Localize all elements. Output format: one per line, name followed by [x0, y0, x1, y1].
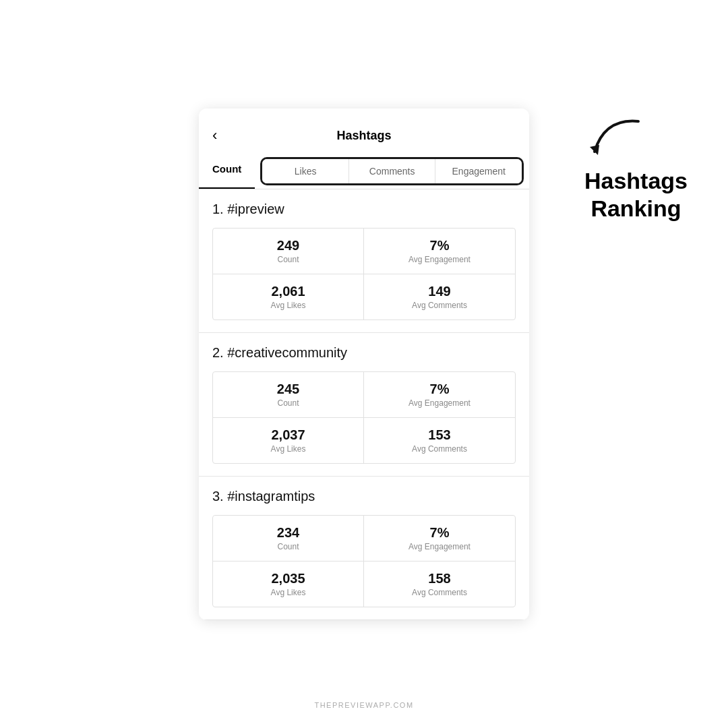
stat-likes-2: 2,037 Avg Likes	[213, 418, 364, 463]
hashtag-name-1: 1. #ipreview	[212, 202, 516, 217]
tab-count[interactable]: Count	[199, 154, 255, 189]
nav-bar: ‹ Hashtags	[199, 109, 529, 154]
phone-screen: ‹ Hashtags Count Likes Comments Engageme…	[199, 109, 529, 620]
stat-comments-1: 149 Avg Comments	[364, 274, 515, 320]
page-title: Hashtags	[336, 129, 391, 143]
hashtag-name-2: 2. #creativecommunity	[212, 345, 516, 361]
hashtag-name-3: 3. #instagramtips	[212, 489, 516, 504]
tab-comments[interactable]: Comments	[348, 159, 435, 183]
stat-likes-1: 2,061 Avg Likes	[213, 274, 364, 320]
stats-grid-3: 234 Count 7% Avg Engagement 2,035 Avg Li…	[212, 515, 516, 607]
back-button[interactable]: ‹	[212, 127, 217, 144]
svg-marker-0	[590, 145, 599, 155]
stats-grid-1: 249 Count 7% Avg Engagement 2,061 Avg Li…	[212, 228, 516, 320]
tab-engagement[interactable]: Engagement	[435, 159, 522, 183]
hashtag-card-3: 3. #instagramtips 234 Count 7% Avg Engag…	[199, 477, 529, 620]
footer-text: THEPREVIEWAPP.COM	[314, 701, 413, 709]
stat-comments-2: 153 Avg Comments	[364, 418, 515, 463]
stat-engagement-2: 7% Avg Engagement	[364, 372, 515, 418]
curved-arrow-icon	[584, 115, 652, 162]
hashtag-card-2: 2. #creativecommunity 245 Count 7% Avg E…	[199, 333, 529, 477]
content-area: 1. #ipreview 249 Count 7% Avg Engagement…	[199, 189, 529, 620]
hashtag-card-1: 1. #ipreview 249 Count 7% Avg Engagement…	[199, 189, 529, 333]
stats-grid-2: 245 Count 7% Avg Engagement 2,037 Avg Li…	[212, 371, 516, 464]
stat-likes-3: 2,035 Avg Likes	[213, 562, 364, 607]
tab-likes[interactable]: Likes	[262, 159, 348, 183]
stat-engagement-3: 7% Avg Engagement	[364, 516, 515, 562]
highlighted-tabs-group: Likes Comments Engagement	[260, 157, 524, 185]
annotation-area: HashtagsRanking	[584, 115, 688, 222]
stat-count-3: 234 Count	[213, 516, 364, 562]
annotation-text: HashtagsRanking	[584, 167, 688, 222]
stat-count-2: 245 Count	[213, 372, 364, 418]
stat-engagement-1: 7% Avg Engagement	[364, 229, 515, 274]
stat-comments-3: 158 Avg Comments	[364, 562, 515, 607]
stat-count-1: 249 Count	[213, 229, 364, 274]
tabs-section: Count Likes Comments Engagement	[199, 154, 529, 189]
